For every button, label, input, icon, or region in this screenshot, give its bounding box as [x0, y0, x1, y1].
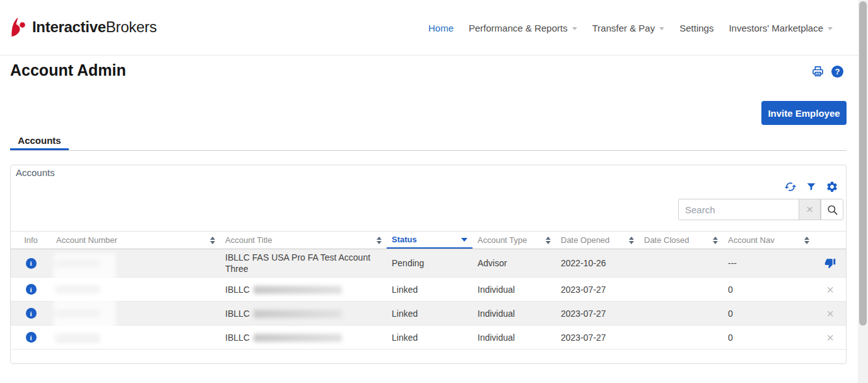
- nav-settings-label: Settings: [679, 23, 713, 33]
- scrollbar-thumb[interactable]: [859, 1, 867, 326]
- account-type-cell: Individual: [472, 333, 556, 343]
- account-title-prefix: IBLLC: [225, 285, 250, 295]
- sort-icon: [210, 237, 215, 244]
- scrollbar-track[interactable]: [858, 0, 868, 383]
- col-header-account-type[interactable]: Account Type: [472, 232, 556, 249]
- sort-desc-icon: [461, 238, 467, 242]
- account-title-cell: IBLLC: [220, 285, 387, 295]
- redacted-account-number: [56, 259, 100, 268]
- sort-icon: [629, 237, 634, 244]
- top-header: InteractiveBrokers Home Performance & Re…: [0, 0, 858, 56]
- panel-toolbar: [784, 180, 838, 193]
- filter-icon[interactable]: [806, 181, 817, 192]
- sort-icon: [377, 237, 382, 244]
- ib-logo[interactable]: InteractiveBrokers: [10, 16, 156, 37]
- info-icon[interactable]: i: [26, 308, 37, 319]
- col-header-actions: [814, 232, 846, 249]
- close-icon[interactable]: ×: [826, 307, 834, 320]
- account-title-prefix: IBLLC: [225, 309, 250, 319]
- account-type-cell: Individual: [472, 309, 556, 319]
- account-title-cell: IBLLC: [220, 309, 387, 319]
- brand-wordmark: InteractiveBrokers: [32, 18, 156, 36]
- help-icon[interactable]: ?: [831, 66, 843, 78]
- redacted-account-number: [56, 309, 100, 317]
- brand-regular: Brokers: [106, 18, 157, 35]
- chevron-down-icon: [572, 27, 577, 30]
- account-number-cell: [51, 285, 220, 293]
- search-input[interactable]: [678, 199, 799, 220]
- table-row: i IBLLC FAS USA Pro FA Test Account Thre…: [11, 249, 846, 278]
- nav-transfer-pay-label: Transfer & Pay: [592, 23, 655, 33]
- sort-icon: [546, 237, 551, 244]
- nav-settings[interactable]: Settings: [679, 23, 713, 33]
- tabs-divider: [10, 150, 847, 151]
- info-icon[interactable]: i: [26, 332, 37, 343]
- account-title-cell: IBLLC FAS USA Pro FA Test Account Three: [220, 252, 387, 274]
- info-icon[interactable]: i: [26, 258, 37, 269]
- page-head-icons: ?: [811, 65, 843, 78]
- close-icon[interactable]: ×: [826, 283, 834, 296]
- col-header-date-closed[interactable]: Date Closed: [639, 232, 723, 249]
- gear-icon[interactable]: [826, 180, 838, 193]
- date-opened-cell: 2023-07-27: [556, 285, 639, 295]
- redacted-account-number: [56, 333, 100, 341]
- col-header-date-opened-label: Date Opened: [561, 235, 609, 245]
- print-icon[interactable]: [811, 65, 824, 78]
- col-header-account-nav[interactable]: Account Nav: [723, 232, 814, 249]
- table-header-row: Info Account Number Account Title Status…: [11, 231, 846, 249]
- close-icon[interactable]: ×: [826, 331, 834, 344]
- brand-bold: Interactive: [32, 18, 106, 35]
- col-header-account-nav-label: Account Nav: [728, 235, 775, 245]
- nav-performance-reports-label: Performance & Reports: [469, 23, 568, 33]
- accounts-table: Info Account Number Account Title Status…: [11, 231, 846, 350]
- nav-home[interactable]: Home: [428, 23, 454, 33]
- account-nav-cell: 0: [723, 333, 814, 343]
- table-row: i IBLLC Linked Individual 2023-07-27 0 ×: [11, 302, 846, 326]
- redacted-account-title: [254, 286, 342, 294]
- col-header-account-title[interactable]: Account Title: [220, 232, 387, 249]
- status-cell: Linked: [387, 309, 472, 319]
- panel-title: Accounts: [16, 167, 55, 178]
- date-opened-cell: 2023-07-27: [556, 333, 639, 343]
- search-box: ×: [678, 199, 843, 220]
- tab-accounts[interactable]: Accounts: [10, 132, 69, 149]
- clear-icon[interactable]: ×: [799, 199, 821, 220]
- col-header-status-label: Status: [392, 235, 417, 244]
- nav-investors-marketplace[interactable]: Investors' Marketplace: [729, 23, 833, 33]
- account-type-cell: Advisor: [472, 258, 556, 268]
- invite-employee-button[interactable]: Invite Employee: [761, 101, 847, 125]
- account-number-cell: [51, 333, 220, 341]
- col-header-account-type-label: Account Type: [478, 235, 527, 245]
- account-title-prefix: IBLLC: [225, 333, 250, 343]
- account-nav-cell: ---: [723, 258, 814, 268]
- page-title: Account Admin: [10, 61, 126, 80]
- col-header-account-number-label: Account Number: [56, 235, 117, 245]
- nav-performance-reports[interactable]: Performance & Reports: [469, 23, 577, 33]
- account-number-cell: [51, 309, 220, 317]
- main-nav: Home Performance & Reports Transfer & Pa…: [428, 0, 833, 56]
- status-cell: Pending: [387, 258, 472, 268]
- sort-icon: [804, 237, 809, 244]
- nav-transfer-pay[interactable]: Transfer & Pay: [592, 23, 664, 33]
- search-icon: [826, 204, 838, 216]
- accounts-panel: Accounts ×: [10, 165, 847, 364]
- col-header-info: Info: [11, 232, 51, 249]
- refresh-icon[interactable]: [784, 180, 797, 193]
- table-row: i IBLLC Linked Individual 2023-07-27 0 ×: [11, 278, 846, 302]
- col-header-status[interactable]: Status: [387, 232, 472, 249]
- redacted-account-title: [254, 310, 342, 318]
- account-nav-cell: 0: [723, 285, 814, 295]
- chevron-down-icon: [828, 27, 833, 30]
- status-cell: Linked: [387, 333, 472, 343]
- account-admin-page: InteractiveBrokers Home Performance & Re…: [0, 0, 868, 383]
- sort-icon: [713, 237, 718, 244]
- account-type-cell: Individual: [472, 285, 556, 295]
- col-header-date-opened[interactable]: Date Opened: [556, 232, 639, 249]
- chevron-down-icon: [659, 27, 664, 30]
- search-button[interactable]: [821, 199, 843, 220]
- info-icon[interactable]: i: [26, 284, 37, 295]
- col-header-account-number[interactable]: Account Number: [51, 232, 220, 249]
- thumbs-down-icon[interactable]: [824, 257, 836, 269]
- account-title-cell: IBLLC: [220, 333, 387, 343]
- table-row: i IBLLC Linked Individual 2023-07-27 0 ×: [11, 326, 846, 350]
